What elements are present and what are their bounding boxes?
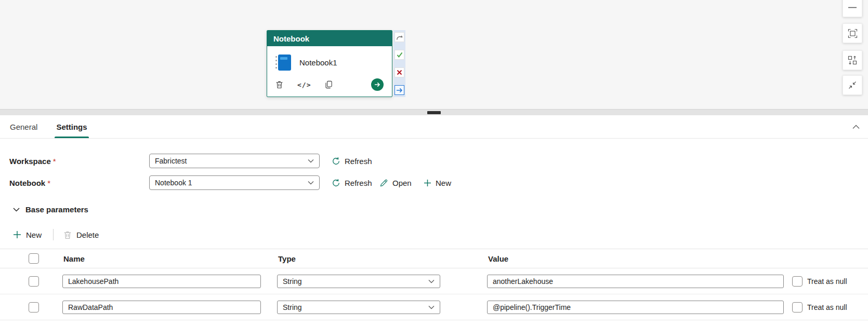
activity-footer: </>: [267, 78, 392, 97]
row-checkbox[interactable]: [29, 302, 39, 313]
workspace-refresh-button[interactable]: Refresh: [332, 154, 372, 168]
param-name-input[interactable]: RawDataPath: [62, 301, 261, 314]
workspace-value: Fabrictest: [155, 157, 187, 165]
activity-body: Notebook1: [267, 46, 392, 78]
properties-panel: General Settings Workspace* Fabrictest: [0, 115, 868, 326]
column-header-name: Name: [62, 254, 277, 263]
on-success-port-icon[interactable]: [394, 50, 404, 60]
copy-activity-icon[interactable]: [325, 80, 333, 89]
collapse-arrows-icon: [848, 81, 857, 89]
canvas-minimize-button[interactable]: [843, 0, 862, 17]
row-checkbox[interactable]: [29, 276, 39, 287]
chevron-down-icon: [13, 208, 20, 212]
treat-as-null-checkbox[interactable]: [792, 276, 803, 287]
fit-to-screen-icon: [848, 29, 858, 38]
delete-activity-icon[interactable]: [275, 80, 283, 89]
panel-resize-divider: [0, 109, 868, 115]
workspace-dropdown[interactable]: Fabrictest: [149, 154, 320, 168]
chevron-down-icon: [428, 279, 435, 283]
panel-tabs: General Settings: [0, 115, 868, 139]
chevron-down-icon: [308, 159, 314, 163]
column-header-type: Type: [277, 254, 487, 263]
refresh-icon: [332, 179, 340, 187]
param-name-input[interactable]: LakehousePath: [62, 275, 261, 288]
parameters-table: Name Type Value LakehousePath String ano…: [0, 249, 868, 320]
on-skip-port-icon[interactable]: [394, 32, 404, 42]
chevron-down-icon: [308, 181, 314, 185]
refresh-icon: [332, 157, 340, 166]
notebook-new-button[interactable]: New: [424, 175, 451, 190]
collapse-panel-button[interactable]: [852, 115, 860, 138]
tab-general[interactable]: General: [8, 115, 39, 138]
notebook-open-button[interactable]: Open: [379, 175, 412, 190]
minimize-icon: [848, 7, 857, 8]
parameters-toolbar: New Delete: [13, 227, 99, 242]
activity-type-header: Notebook: [267, 31, 392, 46]
notebook-value: Notebook 1: [155, 179, 192, 187]
pipeline-editor: Notebook Notebook1 </>: [0, 0, 868, 326]
parameter-new-button[interactable]: New: [13, 230, 42, 239]
chevron-down-icon: [428, 305, 435, 309]
activity-output-ports: [393, 30, 405, 97]
param-value-input[interactable]: anotherLakehouse: [487, 275, 784, 288]
code-icon[interactable]: </>: [297, 81, 311, 89]
table-header-row: Name Type Value: [0, 249, 868, 268]
toolbar-separator: [53, 229, 54, 240]
plus-icon: [424, 179, 431, 187]
treat-as-null-option: Treat as null: [784, 302, 868, 313]
activity-name: Notebook1: [299, 58, 337, 67]
notebook-label: Notebook*: [9, 179, 50, 187]
panel-drag-handle[interactable]: [427, 111, 441, 114]
notebook-refresh-button[interactable]: Refresh: [332, 175, 372, 190]
table-row: RawDataPath String @pipeline().TriggerTi…: [0, 294, 868, 320]
on-fail-port-icon[interactable]: [394, 67, 404, 77]
required-asterisk: *: [47, 179, 50, 187]
table-row: LakehousePath String anotherLakehouse Tr…: [0, 268, 868, 294]
trash-icon: [63, 230, 72, 239]
pipeline-canvas[interactable]: Notebook Notebook1 </>: [0, 0, 868, 109]
plus-icon: [13, 230, 21, 239]
on-completion-port-icon[interactable]: [394, 85, 404, 95]
pencil-icon: [379, 179, 388, 187]
parameter-delete-button[interactable]: Delete: [63, 230, 99, 239]
treat-as-null-option: Treat as null: [784, 276, 868, 287]
navigate-to-activity-button[interactable]: [371, 78, 384, 91]
required-asterisk: *: [53, 157, 56, 166]
param-value-input[interactable]: @pipeline().TriggerTime: [487, 301, 784, 314]
notebook-dropdown[interactable]: Notebook 1: [149, 175, 320, 190]
notebook-activity-card[interactable]: Notebook Notebook1 </>: [267, 30, 392, 97]
select-all-checkbox[interactable]: [29, 253, 39, 264]
auto-arrange-button[interactable]: [843, 50, 862, 70]
auto-arrange-icon: [848, 56, 857, 65]
notebook-icon: [275, 55, 291, 71]
tab-settings[interactable]: Settings: [55, 115, 88, 138]
column-header-value: Value: [487, 254, 784, 263]
fit-to-screen-button[interactable]: [843, 23, 862, 43]
workspace-label: Workspace*: [9, 157, 56, 166]
chevron-up-icon: [852, 125, 860, 129]
treat-as-null-checkbox[interactable]: [792, 302, 803, 313]
param-type-dropdown[interactable]: String: [277, 275, 440, 288]
collapse-canvas-button[interactable]: [843, 75, 862, 95]
base-parameters-section-toggle[interactable]: Base parameters: [13, 205, 88, 214]
param-type-dropdown[interactable]: String: [277, 301, 440, 314]
